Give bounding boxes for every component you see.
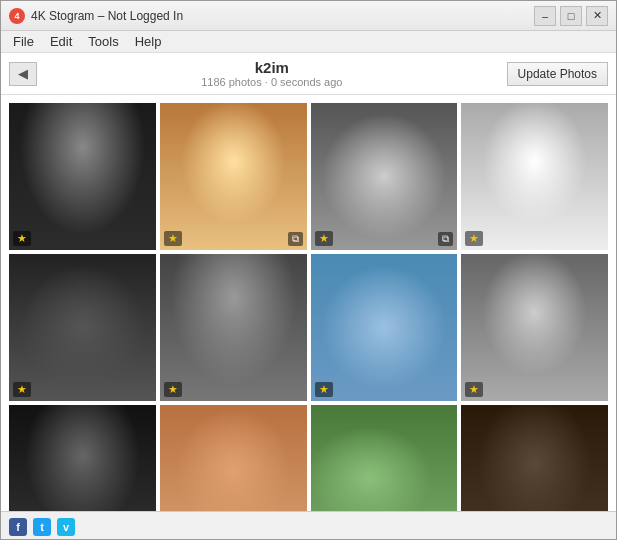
photo-cell[interactable]: ★ [9,405,156,512]
photo-overlay: ★ [164,382,303,397]
photo-overlay: ★⧉ [315,231,454,246]
photo-overlay: ★ [465,382,604,397]
update-photos-button[interactable]: Update Photos [507,62,608,86]
menu-item-file[interactable]: File [5,32,42,51]
twitter-icon[interactable]: t [33,518,51,536]
star-badge: ★ [13,382,31,397]
photo-cell[interactable]: ★ [461,254,608,401]
vimeo-icon[interactable]: v [57,518,75,536]
photo-cell[interactable]: ★ [9,254,156,401]
profile-meta: 1186 photos · 0 seconds ago [37,76,507,88]
title-controls: – □ ✕ [534,6,608,26]
photo-cell[interactable]: ★⧉ [311,103,458,250]
title-left: 4 4K Stogram – Not Logged In [9,8,183,24]
star-badge: ★ [465,231,483,246]
menu-bar: FileEditToolsHelp [1,31,616,53]
menu-item-edit[interactable]: Edit [42,32,80,51]
photo-cell[interactable] [160,405,307,512]
photo-cell[interactable]: ★ [9,103,156,250]
facebook-icon[interactable]: f [9,518,27,536]
minimize-button[interactable]: – [534,6,556,26]
photo-overlay: ★ [315,382,454,397]
star-badge: ★ [13,231,31,246]
profile-name: k2im [37,59,507,76]
photo-cell[interactable]: ★ [311,254,458,401]
maximize-button[interactable]: □ [560,6,582,26]
content-wrapper: ★★⧉★⧉★★★★★★★⧉★ [1,95,616,511]
menu-item-help[interactable]: Help [127,32,170,51]
photo-cell[interactable]: ★ [461,103,608,250]
photo-overlay: ★ [13,231,152,246]
menu-item-tools[interactable]: Tools [80,32,126,51]
star-badge: ★ [315,231,333,246]
star-badge: ★ [315,382,333,397]
photo-cell[interactable]: ★ [461,405,608,512]
photo-grid-container[interactable]: ★★⧉★⧉★★★★★★★⧉★ [1,95,616,511]
photo-grid: ★★⧉★⧉★★★★★★★⧉★ [9,103,608,511]
social-icons: ftv [9,518,75,536]
photo-overlay: ★ [465,231,604,246]
photo-overlay: ★⧉ [164,231,303,246]
header: ◀ k2im 1186 photos · 0 seconds ago Updat… [1,53,616,95]
photo-cell[interactable]: ★⧉ [160,103,307,250]
app-icon: 4 [9,8,25,24]
close-button[interactable]: ✕ [586,6,608,26]
copy-badge: ⧉ [288,232,303,246]
status-bar: ftv [1,511,616,540]
photo-cell[interactable]: ★⧉ [311,405,458,512]
photo-overlay: ★ [13,382,152,397]
copy-badge: ⧉ [438,232,453,246]
back-button[interactable]: ◀ [9,62,37,86]
star-badge: ★ [164,231,182,246]
star-badge: ★ [465,382,483,397]
star-badge: ★ [164,382,182,397]
title-text: 4K Stogram – Not Logged In [31,9,183,23]
title-bar: 4 4K Stogram – Not Logged In – □ ✕ [1,1,616,31]
photo-cell[interactable]: ★ [160,254,307,401]
profile-info: k2im 1186 photos · 0 seconds ago [37,59,507,88]
